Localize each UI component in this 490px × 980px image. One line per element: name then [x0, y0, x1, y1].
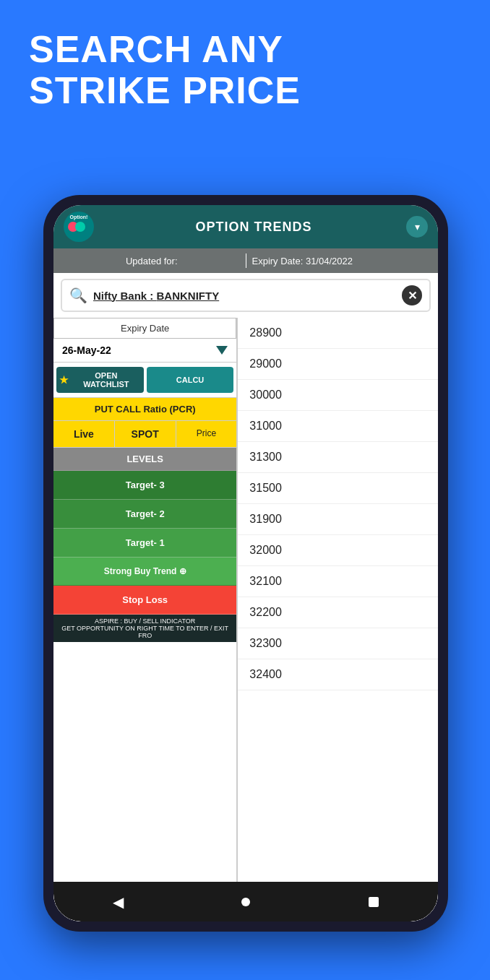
- expiry-date-label: Expiry Date: 31/04/2022: [252, 256, 429, 266]
- search-icon: 🔍: [69, 287, 87, 304]
- header-dropdown-button[interactable]: ▾: [406, 216, 428, 238]
- strike-price-30000[interactable]: 30000: [238, 380, 438, 411]
- hero-line1: SEARCH ANY: [29, 29, 301, 70]
- strong-buy-row: Strong Buy Trend ⊕: [53, 558, 236, 586]
- bar-divider: [246, 253, 246, 268]
- expiry-selected: 26-May-22: [62, 344, 111, 356]
- strike-price-32400[interactable]: 32400: [238, 659, 438, 690]
- live-label: Live: [53, 421, 115, 447]
- search-value: BANKNIFTY: [157, 290, 220, 302]
- close-button[interactable]: ✕: [402, 285, 422, 305]
- strike-price-31900[interactable]: 31900: [238, 504, 438, 535]
- phone-screen: Option! OPTION TRENDS ▾ Updated for: Exp…: [53, 205, 438, 922]
- phone-frame: Option! OPTION TRENDS ▾ Updated for: Exp…: [43, 195, 448, 932]
- strike-price-31500[interactable]: 31500: [238, 473, 438, 504]
- logo-text: Option!: [64, 214, 94, 220]
- dropdown-arrow-icon: [216, 346, 228, 355]
- levels-header: LEVELS: [53, 448, 236, 471]
- search-bar[interactable]: 🔍 Nifty Bank : BANKNIFTY ✕: [61, 279, 431, 312]
- strike-price-32200[interactable]: 32200: [238, 597, 438, 628]
- star-icon: ★: [59, 374, 69, 386]
- updated-bar: Updated for: Expiry Date: 31/04/2022: [53, 248, 438, 273]
- phone-nav: ◀: [53, 882, 438, 922]
- strike-price-28900[interactable]: 28900: [238, 318, 438, 349]
- ticker-line1: ASPIRE : BUY / SELL INDICATOR: [59, 617, 231, 625]
- strike-price-31000[interactable]: 31000: [238, 411, 438, 442]
- logo-dot-teal: [75, 222, 85, 232]
- back-button[interactable]: ◀: [113, 893, 124, 911]
- updated-label: Updated for:: [64, 256, 240, 266]
- strike-price-32100[interactable]: 32100: [238, 566, 438, 597]
- search-prefix: Nifty Bank :: [93, 290, 157, 302]
- app-logo: Option!: [64, 212, 94, 242]
- pcr-header: PUT CALL Ratio (PCR): [53, 398, 236, 421]
- search-text: Nifty Bank : BANKNIFTY: [93, 290, 402, 302]
- expiry-label: Expiry Date: [53, 318, 236, 339]
- buttons-row: ★ OPEN WATCHLIST CALCU: [53, 363, 236, 398]
- main-content: Expiry Date 26-May-22 ★ OPEN WATCHLIST C…: [53, 318, 438, 922]
- strike-price-32000[interactable]: 32000: [238, 535, 438, 566]
- calculate-button[interactable]: CALCU: [147, 367, 234, 393]
- target-1-row: Target- 1: [53, 529, 236, 558]
- strike-prices-panel: 28900 29000 30000 31000 31300 31500 3190…: [238, 318, 438, 922]
- hero-line2: STRIKE PRICE: [29, 70, 301, 111]
- open-watchlist-button[interactable]: ★ OPEN WATCHLIST: [56, 367, 144, 393]
- hero-text: SEARCH ANY STRIKE PRICE: [29, 29, 301, 111]
- strike-price-29000[interactable]: 29000: [238, 349, 438, 380]
- home-button[interactable]: [241, 898, 250, 906]
- ticker: ASPIRE : BUY / SELL INDICATOR GET OPPORT…: [53, 615, 236, 642]
- price-label: Price: [176, 421, 237, 447]
- target-3-row: Target- 3: [53, 471, 236, 500]
- app-title: OPTION TRENDS: [101, 220, 406, 235]
- app-header: Option! OPTION TRENDS ▾: [53, 205, 438, 248]
- target-2-row: Target- 2: [53, 500, 236, 529]
- strike-price-32300[interactable]: 32300: [238, 628, 438, 659]
- expiry-dropdown[interactable]: 26-May-22: [53, 339, 236, 363]
- left-panel: Expiry Date 26-May-22 ★ OPEN WATCHLIST C…: [53, 318, 238, 922]
- strike-price-31300[interactable]: 31300: [238, 442, 438, 473]
- stop-loss-row: Stop Loss: [53, 586, 236, 615]
- ticker-line2: GET OPPORTUNITY ON RIGHT TIME TO ENTER /…: [59, 625, 231, 639]
- recents-button[interactable]: [369, 897, 379, 907]
- spot-label: SPOT: [115, 421, 176, 447]
- watchlist-label: OPEN WATCHLIST: [72, 371, 141, 389]
- live-spot-row: Live SPOT Price: [53, 421, 236, 448]
